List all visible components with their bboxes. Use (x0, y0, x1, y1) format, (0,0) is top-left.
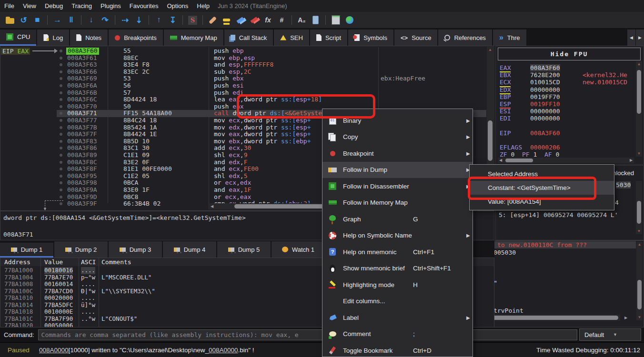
register-row[interactable]: EIP008A3F60 (496, 129, 644, 137)
breakpoint-dot[interactable] (60, 133, 62, 136)
calculator-icon[interactable] (329, 14, 342, 26)
disasm-row[interactable]: 008A3F6683EC 2Csub esp,2C (0, 69, 486, 76)
tab-notes[interactable]: Notes (70, 30, 108, 46)
scrollbar-thumb[interactable] (637, 70, 641, 114)
breakpoint-dot[interactable] (60, 181, 62, 184)
breakpoint-dot[interactable] (60, 147, 62, 149)
scrollbar-thumb[interactable] (475, 316, 618, 320)
breakpoint-dot[interactable] (60, 63, 62, 66)
submenu-item-value-008aa154-[interactable]: Value: [008AA154] (470, 195, 614, 208)
menu-item-binary[interactable]: 01Binary▶ (322, 112, 473, 129)
breakpoint-dot[interactable] (60, 175, 62, 178)
menu-item-breakpoint[interactable]: Breakpoint▶ (322, 145, 473, 162)
breakpoint-dot[interactable] (60, 119, 62, 122)
tab-memory-map[interactable]: Memory Map (164, 30, 223, 46)
internet-icon[interactable] (343, 14, 356, 26)
menu-tracing[interactable]: Tracing (67, 0, 96, 12)
tab-watch-1[interactable]: Watch 1 (272, 241, 325, 258)
breakpoint-dot[interactable] (60, 112, 62, 115)
source-mode-icon[interactable]: S (186, 14, 199, 26)
animate-over-icon[interactable]: ⇣ (132, 14, 145, 26)
scroll-up-arrow-icon[interactable]: ▲ (636, 61, 642, 67)
tab-cpu[interactable]: CPU (0, 30, 36, 46)
tab-dump-3[interactable]: Dump 3 (109, 241, 162, 258)
step-over-icon[interactable]: ↷ (99, 14, 111, 26)
submenu-item-constant-getsystemtime-[interactable]: Constant: <GetSystemTime> (470, 181, 614, 195)
menu-item-label[interactable]: Label▶ (322, 309, 473, 326)
menu-item-graph[interactable]: GraphG (322, 211, 473, 228)
register-row[interactable]: EBP0019FF70 (496, 93, 644, 100)
menu-item-comment[interactable]: Comment; (322, 326, 473, 343)
tab-dump-2[interactable]: Dump 2 (54, 241, 108, 258)
disasm-row[interactable]: 008A3F6C8D4424 18lea eax,dword ptr ss:[e… (0, 96, 486, 103)
breakpoint-dot[interactable] (60, 91, 62, 94)
register-row[interactable]: EBX7628E200<kernel32.He (496, 71, 644, 79)
tab-seh[interactable]: SEH (274, 30, 309, 46)
menu-item-show-mnemonic-brief[interactable]: Show mnemonic briefCtrl+Shift+F1 (322, 260, 473, 277)
breakpoint-dot[interactable] (60, 98, 62, 101)
disasm-row[interactable]: 008A3F6383E4 F8and esp,FFFFFFF8 (0, 61, 486, 69)
tab-thre[interactable]: »Thre (493, 30, 526, 46)
menu-item-help-on-mnemonic[interactable]: ?Help on mnemonicCtrl+F1 (322, 244, 473, 260)
register-row[interactable]: ESP0019FF10 (496, 100, 644, 108)
register-row[interactable]: EDI00000000 (496, 115, 644, 122)
disasm-row[interactable]: 008A3F6055push ebp (0, 48, 486, 55)
breakpoint-dot[interactable] (60, 196, 62, 198)
menu-item-highlighting-mode[interactable]: Highlighting modeH (322, 277, 473, 293)
register-row[interactable]: EAX008A3F60 (496, 64, 644, 71)
menu-file[interactable]: File (0, 0, 19, 12)
menu-item-follow-in-memory-map[interactable]: Follow in Memory Map (322, 195, 473, 211)
restart-icon[interactable]: ↺ (17, 14, 30, 26)
calling-convention-dropdown[interactable]: Default ▼ (579, 328, 641, 341)
column-header-asci[interactable]: ASCI (81, 258, 96, 266)
breakpoint-dot[interactable] (60, 188, 62, 191)
stack-row-return[interactable]: eturn to new.0100110C from ??? (473, 241, 636, 248)
run-to-user-code-icon[interactable]: ↧ (166, 14, 179, 26)
scroll-right-arrow-icon[interactable]: ▶ (623, 315, 629, 321)
tab-dump-1[interactable]: Dump 1 (0, 243, 53, 258)
menu-item-follow-in-dump[interactable]: Follow in Dump▶ (322, 162, 473, 178)
submenu-item-selected-address[interactable]: Selected Address (470, 167, 614, 181)
breakpoint-dot[interactable] (60, 84, 62, 87)
open-file-icon[interactable] (3, 14, 16, 26)
menu-view[interactable]: View (19, 0, 40, 12)
tab-dump-5[interactable]: Dump 5 (217, 241, 271, 258)
disasm-row[interactable]: 008A3F6A56push esi (0, 82, 486, 89)
scroll-down-arrow-icon[interactable]: ▼ (636, 151, 642, 157)
tab-symbols[interactable]: Symbols (348, 30, 393, 46)
bookmarks-icon[interactable] (248, 14, 261, 26)
register-row[interactable]: ESI00000000 (496, 108, 644, 115)
hash-icon[interactable]: # (275, 14, 288, 26)
breakpoint-dot[interactable] (60, 161, 62, 164)
breakpoint-dot[interactable] (60, 168, 62, 170)
column-header-value[interactable]: Value (44, 258, 63, 266)
functions-icon[interactable]: fx (262, 14, 274, 26)
argument-row[interactable]: 5: [esp+14] 00695274 00695274 L' (499, 211, 618, 218)
text-a2-icon[interactable]: A₂ (295, 14, 308, 26)
tab-references[interactable]: References (438, 30, 492, 46)
stack-vertical-scrollbar[interactable]: ▲ ▼ (636, 242, 643, 320)
stack-horizontal-scrollbar[interactable] (474, 315, 620, 321)
breakpoint-dot[interactable] (60, 140, 62, 143)
disasm-row[interactable]: 008A3F618BECmov ebp,esp (0, 55, 486, 62)
scroll-up-arrow-icon[interactable]: ▲ (487, 47, 493, 53)
breakpoint-dot[interactable] (60, 154, 62, 157)
breakpoint-dot[interactable] (60, 70, 62, 73)
breakpoint-dot[interactable] (60, 126, 62, 129)
arguments-vertical-scrollbar[interactable]: ▼ (636, 181, 642, 234)
pause-icon[interactable]: ‖ (65, 14, 78, 26)
scroll-up-arrow-icon[interactable]: ▲ (636, 242, 643, 248)
tab-log[interactable]: Log (37, 30, 69, 46)
menu-item-copy[interactable]: Copy▶ (322, 129, 473, 146)
status-address-link[interactable]: 008A0000 (39, 347, 69, 354)
patches-icon[interactable] (206, 14, 219, 26)
scroll-down-arrow-icon[interactable]: ▼ (636, 228, 642, 234)
tab-scroll-right-button[interactable]: ▶ (635, 30, 644, 46)
scroll-left-arrow-icon[interactable]: ◀ (498, 158, 503, 163)
registers-vertical-scrollbar[interactable]: ▲ ▼ (636, 61, 642, 157)
tab-dump-4[interactable]: Dump 4 (163, 241, 216, 258)
tab-breakpoints[interactable]: Breakpoints (109, 30, 163, 46)
column-header-address[interactable]: Address (4, 258, 30, 266)
comments-icon[interactable] (220, 14, 233, 26)
breakpoint-dot[interactable] (60, 57, 62, 60)
